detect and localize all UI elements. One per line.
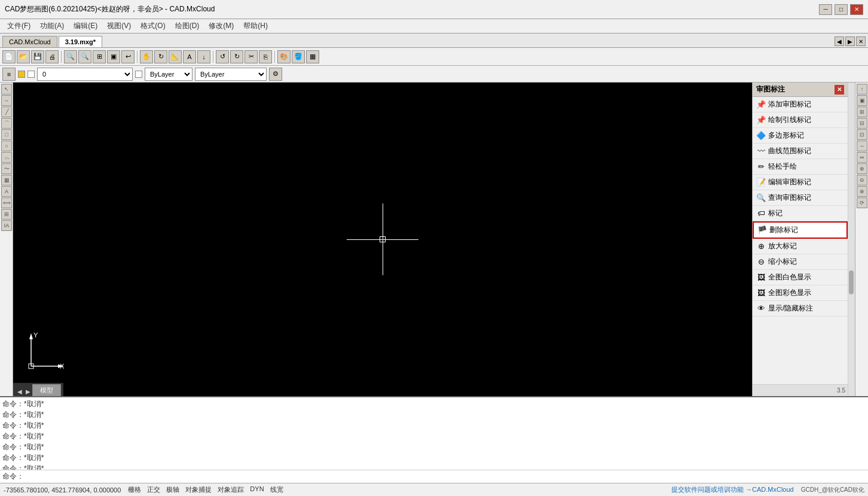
menu-format[interactable]: 格式(O)	[136, 20, 170, 32]
panel-item-curve-mark[interactable]: 〰 曲线范围标记	[753, 144, 848, 159]
panel-item-mark[interactable]: 🏷 标记	[753, 206, 848, 221]
status-link[interactable]: 提交软件问题或培训功能 →CAD.MxCloud	[671, 485, 794, 494]
tab-prev-button[interactable]: ◀	[835, 36, 844, 46]
panel-item-enlarge-mark[interactable]: ⊕ 放大标记	[753, 239, 848, 254]
canvas-tab-right[interactable]: ▶	[24, 387, 32, 396]
status-lweight[interactable]: 线宽	[270, 485, 283, 494]
command-input[interactable]	[26, 473, 866, 481]
far-right-btn9[interactable]: ⊖	[857, 175, 867, 185]
scroll-thumb[interactable]	[849, 270, 854, 294]
tb-save[interactable]: 💾	[31, 50, 44, 63]
close-button[interactable]: ✕	[850, 4, 863, 15]
far-right-btn5[interactable]: ⊡	[857, 129, 867, 140]
tool-spline[interactable]: 〜	[1, 163, 12, 174]
canvas-area[interactable]: Y X ◀ ▶ 模型	[13, 83, 752, 396]
layer-linetype-select[interactable]: ByLayer	[195, 68, 267, 81]
tool-text2[interactable]: A	[1, 186, 12, 197]
tb-cut[interactable]: ✂	[244, 50, 258, 63]
far-right-btn1[interactable]: ↑	[857, 84, 867, 95]
tab-close-button[interactable]: ✕	[856, 36, 866, 46]
menu-draw[interactable]: 绘图(D)	[170, 20, 204, 32]
tab-file[interactable]: 3.19.mxg*	[59, 36, 102, 47]
tb-color[interactable]: 🎨	[277, 50, 291, 63]
tb-pan[interactable]: ✋	[140, 50, 153, 63]
far-right-btn7[interactable]: ⇔	[857, 152, 867, 163]
far-right-btn8[interactable]: ⊕	[857, 163, 867, 174]
tb-hatch[interactable]: ▦	[306, 50, 319, 63]
tool-arc[interactable]: ⌓	[1, 152, 12, 163]
panel-item-polygon-mark[interactable]: 🔷 多边形标记	[753, 128, 848, 144]
panel-item-freehand[interactable]: ✏ 轻松手绘	[753, 159, 848, 175]
layer-name-select[interactable]: 0	[37, 68, 133, 81]
menu-modify[interactable]: 修改(M)	[204, 20, 239, 32]
status-otrack[interactable]: 对象追踪	[218, 485, 244, 494]
status-dyn[interactable]: DYN	[250, 485, 264, 494]
far-right-btn4[interactable]: ⊟	[857, 118, 867, 129]
far-right-btn11[interactable]: ⟳	[857, 197, 867, 208]
panel-item-shrink-mark[interactable]: ⊖ 缩小标记	[753, 254, 848, 270]
menu-function[interactable]: 功能(A)	[35, 20, 69, 32]
panel-item-add-mark[interactable]: 📌 添加审图标记	[753, 97, 848, 112]
tool-dim[interactable]: ⟺	[1, 197, 12, 208]
panel-scrollbar[interactable]	[848, 83, 855, 396]
canvas-tab-left[interactable]: ◀	[16, 387, 24, 396]
tb-zoom-prev[interactable]: ↩	[121, 50, 135, 63]
panel-item-query-mark[interactable]: 🔍 查询审图标记	[753, 190, 848, 206]
tb-measure[interactable]: 📐	[169, 50, 182, 63]
far-right-btn2[interactable]: ▣	[857, 95, 867, 106]
panel-item-edit-mark[interactable]: 📝 编辑审图标记	[753, 175, 848, 190]
polygon-mark-icon: 🔷	[756, 131, 766, 141]
layer-manager-btn[interactable]: ≡	[2, 68, 16, 81]
tb-zoom-all[interactable]: ⊞	[93, 50, 106, 63]
tool-block[interactable]: ⊞	[1, 209, 12, 220]
panel-item-color-display[interactable]: 🖼 全图彩色显示	[753, 285, 848, 301]
right-panel-close[interactable]: ✕	[835, 85, 844, 95]
tb-print[interactable]: 🖨	[45, 50, 59, 63]
panel-item-draw-leader[interactable]: 📌 绘制引线标记	[753, 112, 848, 128]
tool-rect[interactable]: □	[1, 129, 12, 140]
far-right-btn3[interactable]: ⊞	[857, 106, 867, 117]
tb-redo[interactable]: ↻	[230, 50, 243, 63]
canvas-tab-model[interactable]: 模型	[32, 384, 61, 396]
canvas-tabs: ◀ ▶ 模型	[13, 383, 63, 396]
tb-zoom-in[interactable]: 🔍	[64, 50, 77, 63]
panel-item-toggle-marks[interactable]: 👁 显示/隐藏标注	[753, 301, 848, 317]
far-right-btn10[interactable]: ⊗	[857, 186, 867, 197]
status-grid[interactable]: 栅格	[128, 485, 141, 494]
tool-mtext[interactable]: IA	[1, 220, 12, 231]
maximize-button[interactable]: □	[835, 4, 848, 15]
menu-edit[interactable]: 编辑(E)	[69, 20, 102, 32]
tb-insert[interactable]: ↓	[197, 50, 210, 63]
status-osnap[interactable]: 对象捕捉	[185, 485, 212, 494]
tool-pan2[interactable]: ↔	[1, 95, 12, 106]
layer-settings-btn[interactable]: ⚙	[269, 68, 282, 81]
drawing-area[interactable]: Y X ◀ ▶ 模型	[13, 83, 752, 396]
tool-select[interactable]: ↖	[1, 84, 12, 95]
minimize-button[interactable]: ─	[819, 4, 832, 15]
layer-color-select[interactable]: ByLayer	[145, 68, 192, 81]
menu-help[interactable]: 帮助(H)	[239, 20, 273, 32]
status-ortho[interactable]: 正交	[147, 485, 160, 494]
tb-new[interactable]: 📄	[2, 50, 16, 63]
tool-line[interactable]: ╱	[1, 106, 12, 117]
tb-fill[interactable]: 🪣	[292, 50, 305, 63]
tb-rotate[interactable]: ↻	[154, 50, 167, 63]
tool-circle[interactable]: ○	[1, 141, 12, 151]
tb-text[interactable]: A	[183, 50, 196, 63]
tb-zoom-window[interactable]: ▣	[107, 50, 120, 63]
far-right-btn6[interactable]: ↔	[857, 141, 867, 151]
panel-item-delete-mark[interactable]: 🏴 删除标记	[753, 221, 848, 239]
tb-zoom-out[interactable]: 🔍	[78, 50, 91, 63]
tb-open[interactable]: 📂	[17, 50, 30, 63]
menu-view[interactable]: 视图(V)	[102, 20, 136, 32]
tb-undo[interactable]: ↺	[216, 50, 229, 63]
tool-polyline[interactable]: ⌒	[1, 118, 12, 129]
tab-cadmxcloud[interactable]: CAD.MxCloud	[2, 36, 57, 47]
status-polar[interactable]: 极轴	[166, 485, 179, 494]
panel-item-white-display[interactable]: 🖼 全图白色显示	[753, 270, 848, 285]
tb-copy[interactable]: ⎘	[259, 50, 272, 63]
delete-mark-icon: 🏴	[757, 226, 767, 235]
menu-file[interactable]: 文件(F)	[2, 20, 35, 32]
tool-hatch2[interactable]: ▦	[1, 175, 12, 185]
tab-next-button[interactable]: ▶	[845, 36, 855, 46]
